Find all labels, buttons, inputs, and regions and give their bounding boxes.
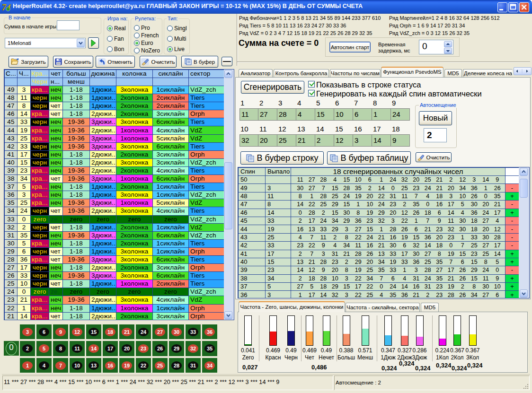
svg-text:7: 7 bbox=[2, 3, 7, 12]
